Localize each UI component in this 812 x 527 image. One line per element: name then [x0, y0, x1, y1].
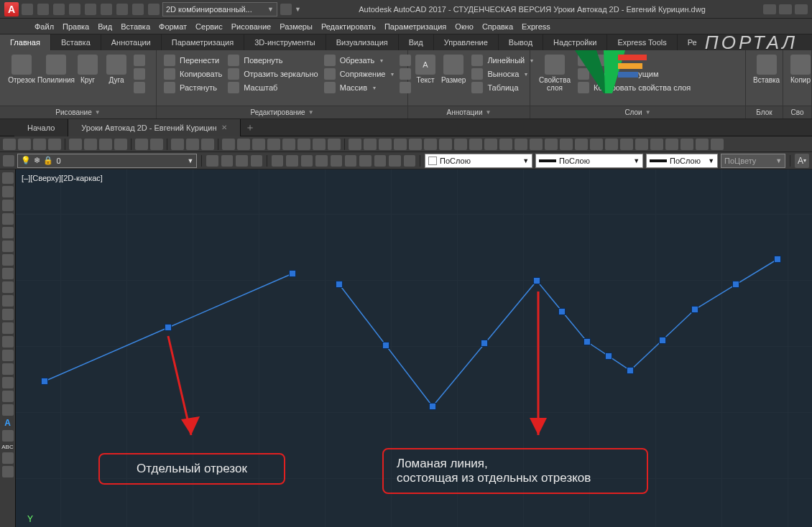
tb-pan-icon[interactable] [171, 139, 184, 150]
qat-overflow-icon[interactable]: ▼ [295, 6, 301, 13]
copy-button[interactable]: Копировать [164, 68, 222, 80]
tb-generic-icon[interactable] [560, 139, 573, 150]
grip[interactable] [558, 308, 566, 315]
mirror-button[interactable]: Отразить зеркально [228, 68, 318, 80]
layer-make-current-button[interactable]: Сделать текущим [578, 68, 738, 80]
menu-parametric[interactable]: Параметризация [384, 22, 446, 31]
lt-ellipse-icon[interactable] [2, 295, 14, 307]
tb-generic-icon[interactable] [251, 155, 262, 167]
move-button[interactable]: Перенести [164, 55, 222, 66]
tb-orbit-icon[interactable] [201, 139, 214, 150]
tb-generic-icon[interactable] [331, 155, 342, 167]
grip[interactable] [533, 277, 540, 284]
lt-add-icon[interactable] [2, 430, 14, 442]
grip[interactable] [732, 281, 739, 288]
doctab-home[interactable]: Начало [14, 119, 68, 136]
ribbon-tab-home[interactable]: Главная [0, 34, 51, 50]
tb-save-icon[interactable] [33, 139, 46, 150]
grip[interactable] [429, 403, 436, 410]
menu-format[interactable]: Формат [159, 22, 187, 31]
lt-hatch-icon[interactable] [2, 363, 14, 375]
menu-express[interactable]: Express [522, 22, 550, 31]
tb-generic-icon[interactable] [665, 139, 678, 150]
array-button[interactable]: Массив▾ [324, 82, 395, 93]
ribbon-tab-3dtools[interactable]: 3D-инструменты [244, 34, 326, 50]
tb-generic-icon[interactable] [711, 139, 724, 150]
tb-generic-icon[interactable] [635, 139, 648, 150]
qat-new-icon[interactable] [22, 4, 33, 15]
tb-redo-icon[interactable] [150, 139, 163, 150]
tb-generic-icon[interactable] [359, 155, 371, 167]
polyline[interactable] [339, 259, 778, 406]
qat-saveas-icon[interactable] [69, 4, 80, 15]
insert-block-button[interactable]: Вставка [750, 53, 783, 85]
tb-generic-icon[interactable] [590, 139, 603, 150]
grip[interactable] [289, 270, 296, 277]
tb-new-icon[interactable] [3, 139, 16, 150]
chevron-down-icon[interactable]: ▼ [645, 109, 651, 116]
menu-window[interactable]: Окно [455, 22, 474, 31]
doctab-active[interactable]: Уроки Автокад 2D - Евгений Курицин✕ [68, 119, 240, 136]
menu-insert[interactable]: Вставка [121, 22, 150, 31]
layer-state-icon[interactable] [3, 155, 14, 167]
linear-button[interactable]: Линейный▾ [471, 55, 533, 66]
lineweight-dropdown[interactable]: ПоСлою▼ [646, 154, 718, 168]
menu-modify[interactable]: Редактировать [321, 22, 376, 31]
tb-generic-icon[interactable] [301, 155, 313, 167]
menu-help[interactable]: Справка [482, 22, 513, 31]
menu-dimension[interactable]: Размеры [280, 22, 313, 31]
line-button[interactable]: Отрезок [4, 53, 39, 85]
color-dropdown[interactable]: ПоСлою▼ [425, 154, 532, 168]
trim-button[interactable]: Обрезать▾ [324, 55, 395, 66]
close-icon[interactable]: ✕ [221, 123, 227, 131]
ribbon-tab-re[interactable]: Ре [678, 34, 708, 50]
lt-arc-icon[interactable] [2, 241, 14, 252]
leader-button[interactable]: Выноска▾ [471, 68, 533, 80]
lt-mtext-icon[interactable]: A [4, 418, 11, 428]
tb-generic-icon[interactable] [404, 155, 415, 167]
tb-generic-icon[interactable] [237, 139, 250, 150]
grip[interactable] [691, 306, 698, 313]
qat-settings-icon[interactable] [148, 4, 160, 15]
tb-generic-icon[interactable] [297, 139, 310, 150]
tb-generic-icon[interactable] [394, 139, 407, 150]
tb-generic-icon[interactable] [222, 139, 235, 150]
drawing-canvas[interactable]: [–][Сверху][2D-каркас] [16, 169, 812, 527]
table-button[interactable]: Таблица [471, 82, 533, 93]
tb-copy-icon[interactable] [84, 139, 97, 150]
tb-generic-icon[interactable] [272, 155, 283, 167]
lt-xline-icon[interactable] [2, 186, 14, 197]
tb-generic-icon[interactable] [409, 139, 422, 150]
lt-ellipsearc-icon[interactable] [2, 309, 14, 320]
tb-print-icon[interactable] [48, 139, 61, 150]
grip[interactable] [627, 367, 634, 374]
tb-generic-icon[interactable] [620, 139, 633, 150]
layer-dropdown[interactable]: 💡❄🔒 0 ▼ [17, 154, 197, 168]
grip[interactable] [165, 324, 172, 331]
tb-generic-icon[interactable] [315, 155, 327, 167]
arc-button[interactable]: Дуга [102, 53, 131, 85]
tb-undo-icon[interactable] [135, 139, 148, 150]
ribbon-tab-addins[interactable]: Надстройки [543, 34, 607, 50]
draw-extra-3[interactable] [134, 82, 145, 93]
stretch-button[interactable]: Растянуть [164, 82, 222, 93]
menu-file[interactable]: Файл [34, 22, 54, 31]
circle-button[interactable]: Круг [73, 53, 102, 85]
tb-generic-icon[interactable] [282, 139, 295, 150]
tb-generic-icon[interactable] [499, 139, 512, 150]
ribbon-tab-insert[interactable]: Вставка [51, 34, 101, 50]
lt-region-icon[interactable] [2, 391, 14, 402]
tb-generic-icon[interactable] [349, 139, 361, 150]
tb-generic-icon[interactable] [424, 139, 437, 150]
menu-edit[interactable]: Правка [63, 22, 89, 31]
grip[interactable] [583, 338, 591, 345]
lt-pline-icon[interactable] [2, 200, 14, 211]
ribbon-tab-parametric[interactable]: Параметризация [162, 34, 244, 50]
workspace-dropdown[interactable]: 2D комбинированный... ▼ [162, 2, 277, 17]
tb-generic-icon[interactable] [379, 139, 392, 150]
tb-generic-icon[interactable] [236, 155, 247, 167]
lt-leader-icon[interactable] [2, 466, 14, 477]
ribbon-tab-output[interactable]: Вывод [499, 34, 543, 50]
tb-generic-icon[interactable] [206, 155, 218, 167]
tb-generic-icon[interactable] [454, 139, 467, 150]
